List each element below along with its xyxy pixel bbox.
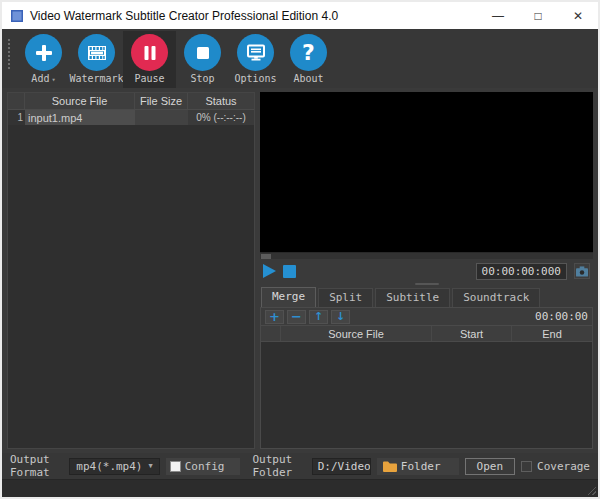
source-file-column-header[interactable]: Source File [25,93,135,109]
watermark-label: Watermark [69,73,123,84]
arrow-down-icon: ↓ [336,311,345,322]
output-settings-bar: Output Format mp4(*.mp4) ▼ Config Output… [2,453,598,479]
table-row[interactable]: 1 input1.mp4 0% (--:--:--) [8,110,254,125]
about-label: About [293,73,323,84]
config-checkbox[interactable] [170,461,181,472]
source-file-cell[interactable]: input1.mp4 [25,110,135,125]
video-preview [260,92,593,252]
maximize-icon: □ [534,9,541,23]
app-icon [10,9,24,23]
config-label: Config [185,460,225,473]
window-title: Video Watermark Subtitle Creator Profess… [30,9,338,23]
add-segment-button[interactable]: + [265,310,284,324]
row-number-column-header [8,93,25,109]
seek-slider-handle[interactable] [261,254,271,259]
close-button[interactable]: ✕ [558,2,598,29]
segment-start-column-header[interactable]: Start [432,326,512,341]
stop-label: Stop [190,73,214,84]
tab-soundtrack[interactable]: Soundtrack [452,288,540,307]
watermark-button[interactable]: Watermark [70,31,123,88]
segment-row-number-column [261,326,281,341]
arrow-up-icon: ↑ [314,311,323,322]
output-format-select[interactable]: mp4(*.mp4) ▼ [69,458,159,475]
minimize-icon: — [492,9,504,23]
chevron-down-icon: ▼ [149,462,153,470]
row-number: 1 [8,110,25,125]
main-content: Source File File Size Status 1 input1.mp… [2,88,598,453]
seek-slider[interactable] [260,252,593,259]
stop-playback-icon[interactable] [283,265,296,278]
pause-button[interactable]: Pause [123,31,176,88]
add-dropdown-caret-icon[interactable]: ▾ [51,76,55,84]
snapshot-icon [576,266,588,277]
status-cell: 0% (--:--:--) [188,110,254,125]
stop-icon [184,34,221,71]
toolbar-grip[interactable] [8,39,11,69]
titlebar: Video Watermark Subtitle Creator Profess… [2,2,598,29]
folder-icon [383,461,397,472]
stop-button[interactable]: Stop [176,31,229,88]
plus-icon: + [269,310,280,323]
coverage-checkbox[interactable] [521,461,532,472]
monitor-icon [237,34,274,71]
config-checkbox-group[interactable]: Config [166,458,241,475]
tab-subtitle[interactable]: Subtitle [375,288,450,307]
source-file-table: Source File File Size Status 1 input1.mp… [7,92,255,449]
options-label: Options [234,73,276,84]
segment-source-column-header[interactable]: Source File [281,326,432,341]
remove-segment-button[interactable]: − [287,310,306,324]
add-button[interactable]: Add▾ [17,31,70,88]
playback-controls: 00:00:00:000 [260,259,593,283]
film-icon [78,34,115,71]
output-format-label: Output Format [10,453,63,479]
add-label: Add [31,73,49,84]
play-icon[interactable] [263,264,276,278]
move-down-button[interactable]: ↓ [331,310,350,324]
segment-end-column-header[interactable]: End [512,326,592,341]
tab-split[interactable]: Split [318,288,373,307]
folder-button-label: Folder [401,460,441,473]
coverage-label: Coverage [537,460,590,473]
source-table-empty-area [8,125,254,448]
minus-icon: − [291,310,302,323]
splitter-grip[interactable] [415,283,439,285]
segment-toolbar: + − ↑ ↓ 00:00:00 [260,307,593,325]
output-folder-field[interactable]: D:/VideoOutput [312,458,371,475]
output-format-value: mp4(*.mp4) [76,460,142,473]
segment-table-header: Source File Start End [260,325,593,342]
options-button[interactable]: Options [229,31,282,88]
segment-time-display: 00:00:00 [535,310,588,323]
close-icon: ✕ [573,9,583,23]
folder-button[interactable]: Folder [377,458,459,475]
output-folder-label: Output Folder [252,453,305,479]
snapshot-button[interactable] [574,263,590,279]
file-size-column-header[interactable]: File Size [135,93,188,109]
open-button[interactable]: Open [465,458,516,475]
coverage-checkbox-group[interactable]: Coverage [521,460,590,473]
move-up-button[interactable]: ↑ [309,310,328,324]
question-icon: ? [290,34,327,71]
source-table-header: Source File File Size Status [8,93,254,110]
resize-grip[interactable] [586,485,596,495]
segment-table-empty-area [260,342,593,449]
tab-merge[interactable]: Merge [261,287,316,307]
pause-label: Pause [134,73,164,84]
main-toolbar: Add▾ Watermark Pause Stop [2,29,598,88]
minimize-button[interactable]: — [478,2,518,29]
about-button[interactable]: ? About [282,31,335,88]
app-window: Video Watermark Subtitle Creator Profess… [0,0,600,499]
playback-time-display: 00:00:00:000 [476,263,567,280]
preview-panel: 00:00:00:000 Merge Split Subtitle Soundt… [260,92,593,449]
tab-bar: Merge Split Subtitle Soundtrack [260,286,593,307]
plus-icon [25,34,62,71]
file-size-cell [135,110,188,125]
status-strip [2,479,598,497]
status-column-header[interactable]: Status [188,93,254,109]
maximize-button[interactable]: □ [518,2,558,29]
pause-icon [131,34,168,71]
